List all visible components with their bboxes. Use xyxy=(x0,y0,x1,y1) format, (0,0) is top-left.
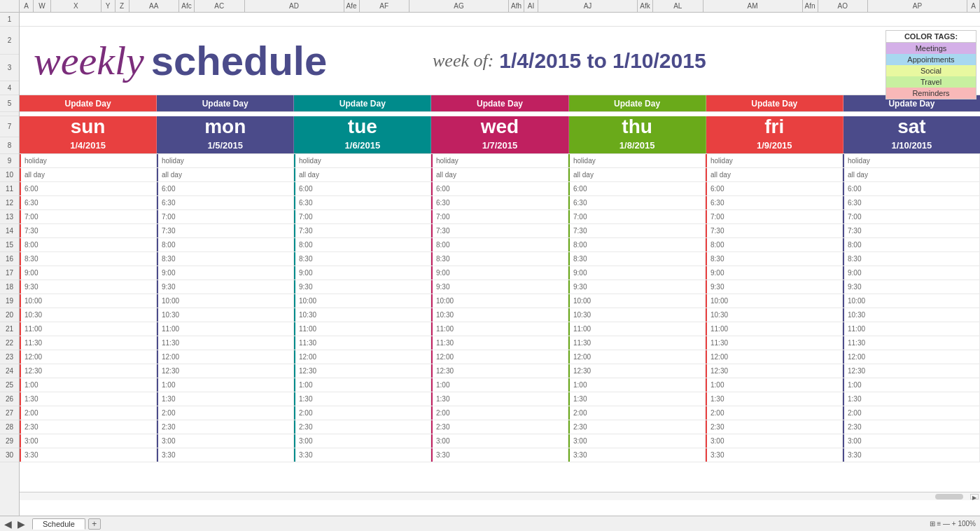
time-cell-14-day-1[interactable]: 12:00 xyxy=(157,350,294,364)
time-cell-5-day-3[interactable]: 7:30 xyxy=(431,224,568,237)
time-cell-7-day-0[interactable]: 8:30 xyxy=(20,252,157,266)
time-cell-19-day-2[interactable]: 2:30 xyxy=(294,420,431,434)
time-cell-10-day-6[interactable]: 10:00 xyxy=(843,294,980,308)
time-cell-10-day-4[interactable]: 10:00 xyxy=(568,294,706,308)
time-cell-0-day-4[interactable]: holiday xyxy=(568,154,706,167)
time-cell-21-day-6[interactable]: 3:30 xyxy=(843,448,980,462)
scroll-thumb[interactable] xyxy=(935,494,963,499)
time-cell-8-day-1[interactable]: 9:00 xyxy=(157,266,294,280)
time-cell-11-day-0[interactable]: 10:30 xyxy=(20,308,157,322)
time-cell-21-day-3[interactable]: 3:30 xyxy=(431,448,568,462)
time-cell-18-day-3[interactable]: 2:00 xyxy=(431,406,568,420)
time-cell-0-day-3[interactable]: holiday xyxy=(431,154,568,167)
time-cell-11-day-3[interactable]: 10:30 xyxy=(431,308,568,322)
time-cell-21-day-0[interactable]: 3:30 xyxy=(20,448,157,462)
time-cell-4-day-6[interactable]: 7:00 xyxy=(843,210,980,223)
time-cell-19-day-5[interactable]: 2:30 xyxy=(706,420,843,434)
time-cell-15-day-0[interactable]: 12:30 xyxy=(20,364,157,378)
time-cell-12-day-4[interactable]: 11:00 xyxy=(568,322,706,336)
time-cell-6-day-2[interactable]: 8:00 xyxy=(294,238,431,251)
prev-sheet-btn[interactable]: ◀ xyxy=(4,518,12,530)
time-cell-7-day-2[interactable]: 8:30 xyxy=(294,252,431,266)
time-cell-3-day-0[interactable]: 6:30 xyxy=(20,196,157,209)
time-cell-18-day-1[interactable]: 2:00 xyxy=(157,406,294,420)
time-cell-16-day-1[interactable]: 1:00 xyxy=(157,378,294,392)
time-cell-12-day-3[interactable]: 11:00 xyxy=(431,322,568,336)
time-cell-16-day-6[interactable]: 1:00 xyxy=(843,378,980,392)
time-cell-1-day-1[interactable]: all day xyxy=(157,168,294,181)
time-cell-20-day-4[interactable]: 3:00 xyxy=(568,434,706,448)
time-cell-21-day-4[interactable]: 3:30 xyxy=(568,448,706,462)
time-cell-7-day-6[interactable]: 8:30 xyxy=(843,252,980,266)
time-cell-12-day-2[interactable]: 11:00 xyxy=(294,322,431,336)
time-cell-17-day-5[interactable]: 1:30 xyxy=(706,392,843,406)
time-cell-12-day-0[interactable]: 11:00 xyxy=(20,322,157,336)
time-cell-15-day-6[interactable]: 12:30 xyxy=(843,364,980,378)
time-cell-8-day-6[interactable]: 9:00 xyxy=(843,266,980,280)
time-cell-5-day-0[interactable]: 7:30 xyxy=(20,224,157,237)
time-cell-11-day-4[interactable]: 10:30 xyxy=(568,308,706,322)
time-cell-13-day-5[interactable]: 11:30 xyxy=(706,336,843,350)
time-cell-2-day-3[interactable]: 6:00 xyxy=(431,182,568,195)
time-cell-2-day-4[interactable]: 6:00 xyxy=(568,182,706,195)
time-cell-15-day-5[interactable]: 12:30 xyxy=(706,364,843,378)
time-cell-20-day-1[interactable]: 3:00 xyxy=(157,434,294,448)
time-cell-20-day-0[interactable]: 3:00 xyxy=(20,434,157,448)
time-cell-3-day-5[interactable]: 6:30 xyxy=(706,196,843,209)
time-cell-14-day-0[interactable]: 12:00 xyxy=(20,350,157,364)
time-cell-0-day-2[interactable]: holiday xyxy=(294,154,431,167)
time-cell-2-day-6[interactable]: 6:00 xyxy=(843,182,980,195)
time-cell-13-day-3[interactable]: 11:30 xyxy=(431,336,568,350)
time-cell-20-day-5[interactable]: 3:00 xyxy=(706,434,843,448)
time-cell-16-day-5[interactable]: 1:00 xyxy=(706,378,843,392)
time-cell-4-day-2[interactable]: 7:00 xyxy=(294,210,431,223)
time-cell-21-day-1[interactable]: 3:30 xyxy=(157,448,294,462)
time-cell-0-day-0[interactable]: holiday xyxy=(20,154,157,167)
time-cell-14-day-3[interactable]: 12:00 xyxy=(431,350,568,364)
time-cell-1-day-0[interactable]: all day xyxy=(20,168,157,181)
time-cell-1-day-5[interactable]: all day xyxy=(706,168,843,181)
time-cell-19-day-0[interactable]: 2:30 xyxy=(20,420,157,434)
time-cell-8-day-0[interactable]: 9:00 xyxy=(20,266,157,280)
time-cell-11-day-2[interactable]: 10:30 xyxy=(294,308,431,322)
time-cell-5-day-2[interactable]: 7:30 xyxy=(294,224,431,237)
time-cell-16-day-3[interactable]: 1:00 xyxy=(431,378,568,392)
update-day-tue[interactable]: Update Day xyxy=(294,95,431,111)
time-cell-13-day-2[interactable]: 11:30 xyxy=(294,336,431,350)
time-cell-3-day-1[interactable]: 6:30 xyxy=(157,196,294,209)
time-cell-17-day-3[interactable]: 1:30 xyxy=(431,392,568,406)
time-cell-7-day-4[interactable]: 8:30 xyxy=(568,252,706,266)
time-cell-15-day-2[interactable]: 12:30 xyxy=(294,364,431,378)
time-cell-18-day-4[interactable]: 2:00 xyxy=(568,406,706,420)
time-cell-14-day-2[interactable]: 12:00 xyxy=(294,350,431,364)
time-cell-9-day-3[interactable]: 9:30 xyxy=(431,280,568,294)
time-cell-12-day-6[interactable]: 11:00 xyxy=(843,322,980,336)
time-cell-0-day-1[interactable]: holiday xyxy=(157,154,294,167)
time-cell-6-day-3[interactable]: 8:00 xyxy=(431,238,568,251)
horizontal-scrollbar[interactable]: ▶ xyxy=(20,492,980,500)
time-cell-1-day-6[interactable]: all day xyxy=(843,168,980,181)
time-cell-18-day-2[interactable]: 2:00 xyxy=(294,406,431,420)
time-cell-21-day-5[interactable]: 3:30 xyxy=(706,448,843,462)
time-cell-4-day-4[interactable]: 7:00 xyxy=(568,210,706,223)
time-cell-0-day-5[interactable]: holiday xyxy=(706,154,843,167)
time-cell-5-day-1[interactable]: 7:30 xyxy=(157,224,294,237)
time-cell-9-day-1[interactable]: 9:30 xyxy=(157,280,294,294)
time-cell-2-day-0[interactable]: 6:00 xyxy=(20,182,157,195)
time-cell-5-day-4[interactable]: 7:30 xyxy=(568,224,706,237)
time-cell-19-day-1[interactable]: 2:30 xyxy=(157,420,294,434)
time-cell-6-day-0[interactable]: 8:00 xyxy=(20,238,157,251)
time-cell-9-day-0[interactable]: 9:30 xyxy=(20,280,157,294)
time-cell-3-day-3[interactable]: 6:30 xyxy=(431,196,568,209)
update-day-mon[interactable]: Update Day xyxy=(157,95,294,111)
time-cell-1-day-3[interactable]: all day xyxy=(431,168,568,181)
time-cell-17-day-0[interactable]: 1:30 xyxy=(20,392,157,406)
time-cell-11-day-1[interactable]: 10:30 xyxy=(157,308,294,322)
add-sheet-btn[interactable]: + xyxy=(88,518,101,530)
time-cell-2-day-5[interactable]: 6:00 xyxy=(706,182,843,195)
time-cell-9-day-4[interactable]: 9:30 xyxy=(568,280,706,294)
update-day-fri[interactable]: Update Day xyxy=(706,95,844,111)
time-cell-10-day-3[interactable]: 10:00 xyxy=(431,294,568,308)
time-cell-1-day-2[interactable]: all day xyxy=(294,168,431,181)
update-day-sun[interactable]: Update Day xyxy=(20,95,157,111)
